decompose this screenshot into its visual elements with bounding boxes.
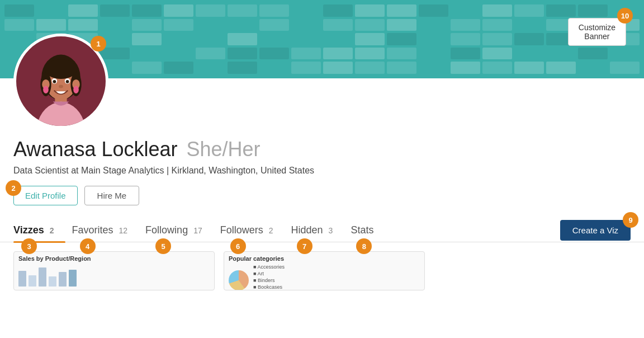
svg-point-8	[43, 86, 49, 94]
viz-mini-bars-0	[18, 264, 210, 287]
vizzes-grid: Sales by Product/Region Popular categori…	[0, 242, 644, 299]
viz-card-title-0: Sales by Product/Region	[18, 255, 210, 262]
viz-card-0[interactable]: Sales by Product/Region	[13, 251, 215, 290]
step-badge-2: 2	[6, 180, 21, 196]
svg-point-14	[59, 85, 63, 88]
tab-following-label: Following	[145, 224, 188, 236]
svg-point-12	[53, 80, 56, 83]
step-badge-6: 6	[230, 238, 246, 254]
edit-profile-button[interactable]: Edit Profile	[13, 186, 78, 205]
tab-stats-label: Stats	[351, 224, 373, 236]
tab-hidden[interactable]: Hidden 3 7	[291, 219, 344, 242]
step-badge-10: 10	[617, 8, 633, 24]
viz-mini-pie-1: ■ Accessories ■ Art ■ Binders ■ Bookcase…	[229, 264, 420, 290]
step-badge-7: 7	[297, 238, 312, 254]
tab-favorites-label: Favorites	[72, 224, 113, 236]
step-badge-3: 3	[21, 238, 37, 254]
viz-card-title-1: Popular categories	[229, 255, 420, 262]
profile-bio: Data Scientist at Main Stage Analytics |…	[13, 166, 631, 176]
tab-hidden-count: 3	[329, 226, 333, 235]
viz-card-1[interactable]: Popular categories ■ Accessories ■ Art ■…	[224, 251, 425, 290]
tab-hidden-label: Hidden	[291, 224, 323, 236]
tab-followers-count: 2	[269, 226, 273, 235]
action-buttons: 2 Edit Profile Hire Me	[13, 186, 631, 205]
tab-followers[interactable]: Followers 2 6	[220, 219, 285, 242]
tab-favorites-count: 12	[119, 226, 128, 235]
tabs-section: Vizzes 2 3 Favorites 12 4 Following 17 5…	[0, 219, 644, 242]
tab-stats[interactable]: Stats 8	[351, 219, 385, 242]
tab-vizzes[interactable]: Vizzes 2 3	[13, 219, 65, 242]
tab-followers-label: Followers	[220, 224, 263, 236]
hire-me-button[interactable]: Hire Me	[84, 186, 140, 205]
svg-point-13	[66, 80, 69, 83]
svg-point-9	[73, 86, 79, 94]
avatar-illustration	[25, 48, 97, 126]
step-badge-9: 9	[623, 212, 638, 228]
profile-pronouns: She/Her	[187, 138, 261, 161]
step-badge-4: 4	[80, 238, 96, 254]
avatar-container: 1	[13, 34, 108, 129]
create-viz-container: 9 Create a Viz	[560, 220, 631, 241]
customize-banner-button[interactable]: Customize Banner	[568, 18, 626, 46]
profile-name-row: Awanasa Locklear She/Her	[13, 138, 631, 161]
tab-vizzes-label: Vizzes	[13, 224, 44, 236]
tab-following[interactable]: Following 17 5	[145, 219, 214, 242]
tab-favorites[interactable]: Favorites 12 4	[72, 219, 139, 242]
tab-following-count: 17	[193, 226, 202, 235]
step-badge-5: 5	[155, 238, 171, 254]
step-badge-1: 1	[91, 36, 106, 51]
profile-name: Awanasa Locklear	[13, 138, 178, 161]
create-viz-button[interactable]: Create a Viz	[560, 220, 631, 241]
tab-vizzes-count: 2	[50, 226, 54, 235]
profile-section: Awanasa Locklear She/Her Data Scientist …	[0, 129, 644, 205]
